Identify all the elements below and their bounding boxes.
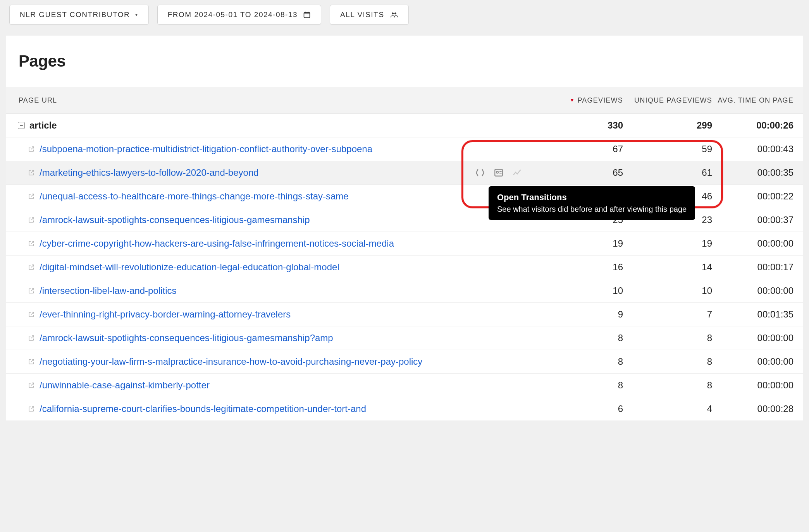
row-actions <box>473 167 524 178</box>
url-cell: /amrock-lawsuit-spotlights-consequences-… <box>28 333 534 343</box>
group-label: article <box>29 120 57 131</box>
cell-pageviews: 16 <box>534 262 623 273</box>
url-cell: /subpoena-motion-practice-multidistrict-… <box>28 144 534 154</box>
page-url-link[interactable]: /marketing-ethics-lawyers-to-follow-2020… <box>40 167 259 178</box>
group-unique: 299 <box>623 120 712 131</box>
cell-pageviews: 8 <box>534 333 623 343</box>
external-link-icon[interactable] <box>28 405 35 412</box>
table-row[interactable]: /cyber-crime-copyright-how-hackers-are-u… <box>6 232 803 256</box>
cell-avgtime: 00:00:17 <box>712 262 794 273</box>
segment-picker[interactable]: ALL VISITS <box>330 5 409 25</box>
cell-unique: 8 <box>623 333 712 343</box>
col-avg-time[interactable]: AVG. TIME ON PAGE <box>712 96 794 105</box>
cell-unique: 8 <box>623 356 712 367</box>
daterange-label: FROM 2024-05-01 TO 2024-08-13 <box>168 10 298 19</box>
external-link-icon[interactable] <box>28 358 35 365</box>
cell-unique: 4 <box>623 403 712 414</box>
calendar-icon <box>303 11 311 19</box>
cell-pageviews: 9 <box>534 309 623 320</box>
cell-pageviews: 65 <box>534 167 623 178</box>
url-cell: /intersection-libel-law-and-politics <box>28 285 534 296</box>
cell-pageviews: 6 <box>534 403 623 414</box>
cell-avgtime: 00:00:22 <box>712 191 794 202</box>
page-url-link[interactable]: /amrock-lawsuit-spotlights-consequences-… <box>40 333 333 343</box>
daterange-picker[interactable]: FROM 2024-05-01 TO 2024-08-13 <box>157 5 321 25</box>
table-row[interactable]: /amrock-lawsuit-spotlights-consequences-… <box>6 326 803 350</box>
url-cell: /cyber-crime-copyright-how-hackers-are-u… <box>28 238 534 249</box>
table-row[interactable]: /subpoena-motion-practice-multidistrict-… <box>6 137 803 161</box>
table-row[interactable]: /intersection-libel-law-and-politics 10 … <box>6 279 803 303</box>
svg-point-4 <box>496 172 498 173</box>
url-cell: /amrock-lawsuit-spotlights-consequences-… <box>28 215 534 225</box>
page-url-link[interactable]: /unequal-access-to-healthcare-more-thing… <box>40 191 349 202</box>
table-row[interactable]: /negotiating-your-law-firm-s-malpractice… <box>6 350 803 374</box>
external-link-icon[interactable] <box>28 240 35 247</box>
cell-pageviews: 19 <box>534 238 623 249</box>
cell-pageviews: 8 <box>534 356 623 367</box>
col-pageviews-label: PAGEVIEWS <box>578 96 623 104</box>
cell-unique: 61 <box>623 167 712 178</box>
row-evolution-icon[interactable] <box>511 167 524 178</box>
external-link-icon[interactable] <box>28 216 35 223</box>
table-row[interactable]: /marketing-ethics-lawyers-to-follow-2020… <box>6 161 803 185</box>
table-row[interactable]: /ever-thinning-right-privacy-border-warn… <box>6 303 803 326</box>
page-url-link[interactable]: /california-supreme-court-clarifies-boun… <box>40 403 366 414</box>
url-cell: /ever-thinning-right-privacy-border-warn… <box>28 309 534 320</box>
page-url-link[interactable]: /subpoena-motion-practice-multidistrict-… <box>40 144 372 154</box>
panel-title: Pages <box>6 36 803 87</box>
url-cell: /marketing-ethics-lawyers-to-follow-2020… <box>28 167 534 178</box>
svg-point-1 <box>392 12 394 14</box>
page-url-link[interactable]: /intersection-libel-law-and-politics <box>40 285 176 296</box>
cell-avgtime: 00:00:00 <box>712 285 794 296</box>
page-url-link[interactable]: /digital-mindset-will-revolutionize-educ… <box>40 262 339 273</box>
cell-unique: 8 <box>623 380 712 391</box>
cell-unique: 14 <box>623 262 712 273</box>
page-url-link[interactable]: /negotiating-your-law-firm-s-malpractice… <box>40 356 422 367</box>
toolbar: NLR GUEST CONTRIBUTOR ▾ FROM 2024-05-01 … <box>0 0 809 29</box>
segment-label: ALL VISITS <box>340 10 384 19</box>
group-row[interactable]: − article 330 299 00:00:26 <box>6 114 803 137</box>
table-row[interactable]: /digital-mindset-will-revolutionize-educ… <box>6 256 803 279</box>
external-link-icon[interactable] <box>28 264 35 271</box>
cell-avgtime: 00:00:00 <box>712 333 794 343</box>
url-cell: /unwinnable-case-against-kimberly-potter <box>28 380 534 391</box>
url-cell: /unequal-access-to-healthcare-more-thing… <box>28 191 534 202</box>
cell-unique: 7 <box>623 309 712 320</box>
svg-rect-0 <box>304 12 310 17</box>
cell-pageviews: 8 <box>534 380 623 391</box>
url-cell: /digital-mindset-will-revolutionize-educ… <box>28 262 534 273</box>
cell-unique: 19 <box>623 238 712 249</box>
col-pageviews[interactable]: ▼PAGEVIEWS <box>534 96 623 105</box>
page-url-link[interactable]: /ever-thinning-right-privacy-border-warn… <box>40 309 291 320</box>
table-header: PAGE URL ▼PAGEVIEWS UNIQUE PAGEVIEWS AVG… <box>6 87 803 114</box>
external-link-icon[interactable] <box>28 311 35 318</box>
cell-unique: 10 <box>623 285 712 296</box>
external-link-icon[interactable] <box>28 169 35 176</box>
page-url-link[interactable]: /amrock-lawsuit-spotlights-consequences-… <box>40 215 310 225</box>
cell-avgtime: 00:00:00 <box>712 356 794 367</box>
collapse-icon[interactable]: − <box>18 122 25 129</box>
cell-unique: 59 <box>623 144 712 154</box>
col-page-url[interactable]: PAGE URL <box>19 96 534 105</box>
filter-dropdown[interactable]: NLR GUEST CONTRIBUTOR ▾ <box>9 5 149 25</box>
page-url-link[interactable]: /unwinnable-case-against-kimberly-potter <box>40 380 210 391</box>
cell-avgtime: 00:00:00 <box>712 238 794 249</box>
cell-pageviews: 67 <box>534 144 623 154</box>
external-link-icon[interactable] <box>28 382 35 389</box>
cell-avgtime: 00:01:35 <box>712 309 794 320</box>
cell-avgtime: 00:00:35 <box>712 167 794 178</box>
cell-avgtime: 00:00:00 <box>712 380 794 391</box>
tooltip: Open Transitions See what visitors did b… <box>489 186 695 220</box>
external-link-icon[interactable] <box>28 146 35 153</box>
page-url-link[interactable]: /cyber-crime-copyright-how-hackers-are-u… <box>40 238 394 249</box>
table-row[interactable]: /unwinnable-case-against-kimberly-potter… <box>6 374 803 397</box>
table-row[interactable]: /california-supreme-court-clarifies-boun… <box>6 397 803 421</box>
transitions-icon[interactable] <box>473 167 487 178</box>
overlay-icon[interactable] <box>492 167 505 178</box>
external-link-icon[interactable] <box>28 287 35 294</box>
external-link-icon[interactable] <box>28 335 35 342</box>
cell-avgtime: 00:00:37 <box>712 215 794 225</box>
cell-pageviews: 10 <box>534 285 623 296</box>
external-link-icon[interactable] <box>28 193 35 200</box>
col-unique-pageviews[interactable]: UNIQUE PAGEVIEWS <box>623 96 712 105</box>
